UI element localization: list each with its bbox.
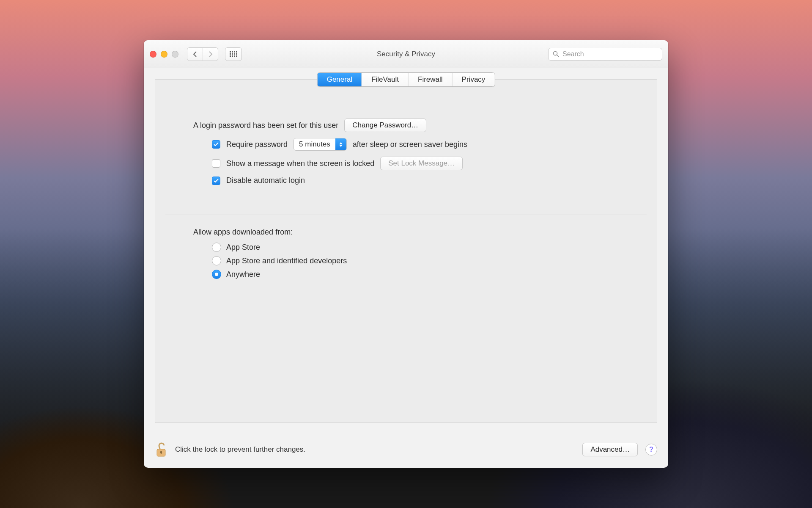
disable-auto-login-label: Disable automatic login	[226, 176, 305, 185]
check-icon	[214, 179, 219, 183]
change-password-button[interactable]: Change Password…	[344, 119, 426, 132]
content-area: General FileVault Firewall Privacy A log…	[144, 68, 668, 434]
radio-button	[212, 243, 221, 252]
help-button[interactable]: ?	[645, 444, 657, 456]
gatekeeper-option-anywhere[interactable]: Anywhere	[212, 270, 619, 279]
require-password-label-before: Require password	[226, 140, 288, 149]
show-message-label: Show a message when the screen is locked	[226, 159, 374, 168]
main-panel: General FileVault Firewall Privacy A log…	[155, 79, 657, 423]
search-field[interactable]	[548, 48, 662, 61]
forward-button[interactable]	[203, 48, 218, 61]
gatekeeper-options: App Store App Store and identified devel…	[193, 243, 619, 279]
footer: Click the lock to prevent further change…	[144, 434, 668, 468]
stepper-icon	[335, 138, 346, 150]
require-password-label-after: after sleep or screen saver begins	[353, 140, 467, 149]
radio-button	[212, 256, 221, 265]
lock-hint-text: Click the lock to prevent further change…	[175, 445, 305, 454]
close-window-button[interactable]	[150, 51, 156, 58]
disable-auto-login-row: Disable automatic login	[193, 176, 619, 185]
disable-auto-login-checkbox[interactable]	[212, 177, 220, 185]
set-lock-message-button: Set Lock Message…	[380, 157, 463, 170]
unlocked-lock-icon	[155, 442, 167, 458]
advanced-button[interactable]: Advanced…	[582, 443, 638, 456]
require-password-checkbox[interactable]	[212, 140, 220, 149]
svg-rect-4	[161, 452, 162, 454]
password-status-text: A login password has been set for this u…	[193, 121, 338, 130]
require-password-row: Require password 5 minutes after sleep o…	[193, 138, 619, 151]
tab-general[interactable]: General	[318, 73, 362, 86]
chevron-right-icon	[208, 51, 213, 57]
tab-privacy[interactable]: Privacy	[452, 73, 495, 86]
svg-point-0	[554, 52, 557, 55]
password-section: A login password has been set for this u…	[155, 97, 657, 198]
tab-bar: General FileVault Firewall Privacy	[317, 72, 495, 87]
titlebar: Security & Privacy	[144, 40, 668, 68]
require-password-delay-select[interactable]: 5 minutes	[294, 138, 347, 151]
radio-label: Anywhere	[226, 270, 260, 279]
lock-button[interactable]	[155, 442, 167, 458]
show-all-button[interactable]	[225, 47, 242, 61]
check-icon	[214, 142, 219, 146]
grid-icon	[230, 51, 237, 57]
tab-filevault[interactable]: FileVault	[362, 73, 408, 86]
preferences-window: Security & Privacy General FileVault Fir…	[144, 40, 668, 468]
gatekeeper-option-identified[interactable]: App Store and identified developers	[212, 256, 619, 265]
search-input[interactable]	[562, 50, 658, 58]
window-controls	[150, 51, 178, 58]
radio-label: App Store and identified developers	[226, 257, 347, 265]
nav-buttons	[187, 47, 218, 61]
show-message-row: Show a message when the screen is locked…	[193, 157, 619, 170]
chevron-left-icon	[193, 51, 198, 57]
gatekeeper-option-app-store[interactable]: App Store	[212, 243, 619, 252]
gatekeeper-section: Allow apps downloaded from: App Store Ap…	[155, 215, 657, 292]
tab-firewall[interactable]: Firewall	[408, 73, 452, 86]
zoom-window-button	[172, 51, 178, 58]
password-status-row: A login password has been set for this u…	[193, 119, 619, 132]
back-button[interactable]	[187, 48, 203, 61]
radio-label: App Store	[226, 243, 260, 252]
show-message-checkbox[interactable]	[212, 159, 220, 168]
svg-line-1	[557, 55, 559, 57]
select-value: 5 minutes	[294, 140, 335, 149]
minimize-window-button[interactable]	[161, 51, 167, 58]
radio-button	[212, 270, 221, 279]
gatekeeper-heading: Allow apps downloaded from:	[193, 228, 619, 237]
search-icon	[553, 51, 559, 57]
